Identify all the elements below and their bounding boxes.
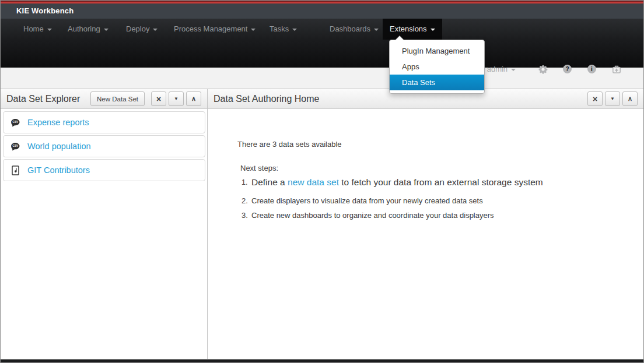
new-data-set-button[interactable]: New Data Set bbox=[90, 91, 145, 106]
step-number: 1. bbox=[242, 178, 251, 186]
chevron-down-icon bbox=[292, 29, 297, 31]
close-icon: × bbox=[593, 95, 597, 103]
nav-item-home[interactable]: Home bbox=[16, 19, 59, 40]
extensions-dropdown-menu: PlugIn Management Apps Data Sets bbox=[389, 40, 485, 94]
workspace-panels: Data Set Explorer New Data Set × ▼ ∧ CSV bbox=[1, 89, 643, 359]
next-steps-label: Next steps: bbox=[240, 164, 278, 172]
close-icon: × bbox=[156, 95, 161, 103]
help-icon[interactable]: ? bbox=[563, 65, 572, 74]
step-number: 2. bbox=[242, 196, 251, 205]
collapse-panel-button[interactable]: ∧ bbox=[622, 91, 638, 106]
svg-text:CSV: CSV bbox=[13, 121, 19, 124]
chevron-down-icon bbox=[511, 69, 516, 71]
window-bottom-edge bbox=[1, 359, 643, 363]
menu-item-data-sets[interactable]: Data Sets bbox=[390, 75, 484, 90]
data-set-authoring-home-panel: Data Set Authoring Home × ▼ ∧ There are … bbox=[208, 89, 643, 359]
chevron-down-icon bbox=[430, 29, 435, 31]
nav-item-authoring[interactable]: Authoring bbox=[61, 19, 116, 40]
chevron-down-icon bbox=[251, 29, 256, 31]
data-set-link[interactable]: GIT Contributors bbox=[27, 165, 90, 175]
data-set-list: CSV Expense reports CSV World population bbox=[1, 109, 207, 181]
close-panel-button[interactable]: × bbox=[587, 91, 603, 106]
next-step-1: 1.Define a new data set to fetch your da… bbox=[242, 177, 543, 188]
panel-menu-button[interactable]: ▼ bbox=[169, 91, 184, 106]
app-title: KIE Workbench bbox=[16, 6, 74, 15]
data-set-link[interactable]: Expense reports bbox=[27, 118, 89, 127]
data-set-item-expense-reports[interactable]: CSV Expense reports bbox=[3, 111, 205, 133]
svg-text:CSV: CSV bbox=[13, 145, 19, 147]
nav-item-dashboards[interactable]: Dashboards bbox=[323, 19, 386, 40]
data-set-item-git-contributors[interactable]: GIT Contributors bbox=[3, 159, 205, 181]
csv-dataset-icon: CSV bbox=[10, 117, 21, 128]
chevron-down-icon bbox=[153, 29, 158, 31]
app-title-bar: KIE Workbench bbox=[1, 3, 643, 19]
explorer-panel-controls: New Data Set × ▼ ∧ bbox=[88, 91, 201, 106]
collapse-panel-button[interactable]: ∧ bbox=[186, 91, 201, 106]
data-set-link[interactable]: World population bbox=[27, 142, 91, 151]
main-navbar: Home Authoring Deploy Process Management… bbox=[1, 19, 643, 68]
kie-workbench-window: KIE Workbench Home Authoring Deploy Proc… bbox=[0, 0, 644, 363]
caret-down-icon: ▼ bbox=[174, 97, 178, 101]
data-sets-summary: There are 3 data sets available bbox=[237, 140, 342, 149]
nav-item-process-management[interactable]: Process Management bbox=[167, 19, 262, 40]
next-step-2: 2.Create displayers to visualize data fr… bbox=[242, 196, 483, 205]
data-set-item-world-population[interactable]: CSV World population bbox=[3, 135, 205, 157]
nav-item-tasks[interactable]: Tasks bbox=[262, 19, 304, 40]
bean-dataset-icon bbox=[10, 165, 21, 176]
medkit-icon[interactable] bbox=[612, 65, 621, 74]
nav-item-deploy[interactable]: Deploy bbox=[119, 19, 164, 40]
home-panel-title: Data Set Authoring Home bbox=[214, 94, 319, 104]
caret-down-icon: ▼ bbox=[610, 97, 615, 101]
next-step-3: 3.Create new dashboards to organize and … bbox=[242, 211, 494, 220]
chevron-up-icon: ∧ bbox=[191, 96, 196, 102]
explorer-panel-title: Data Set Explorer bbox=[6, 94, 80, 104]
panel-menu-button[interactable]: ▼ bbox=[605, 91, 620, 106]
chevron-down-icon bbox=[47, 29, 52, 31]
menu-arrow-icon bbox=[396, 36, 404, 40]
chevron-down-icon bbox=[374, 29, 379, 31]
menu-item-plugin-management[interactable]: PlugIn Management bbox=[390, 43, 484, 59]
home-panel-controls: × ▼ ∧ bbox=[585, 91, 638, 106]
explorer-panel-header: Data Set Explorer New Data Set × ▼ ∧ bbox=[1, 89, 207, 109]
chevron-up-icon: ∧ bbox=[628, 96, 632, 102]
menu-item-apps[interactable]: Apps bbox=[390, 59, 484, 75]
nav-item-extensions[interactable]: Extensions bbox=[383, 19, 442, 40]
data-set-explorer-panel: Data Set Explorer New Data Set × ▼ ∧ CSV bbox=[1, 89, 208, 359]
gear-icon[interactable] bbox=[538, 65, 548, 74]
chevron-down-icon bbox=[104, 29, 108, 31]
new-data-set-link[interactable]: new data set bbox=[288, 177, 339, 187]
csv-dataset-icon: CSV bbox=[10, 141, 21, 152]
close-panel-button[interactable]: × bbox=[151, 91, 166, 106]
step-number: 3. bbox=[242, 211, 251, 220]
info-icon[interactable]: i bbox=[587, 65, 597, 74]
